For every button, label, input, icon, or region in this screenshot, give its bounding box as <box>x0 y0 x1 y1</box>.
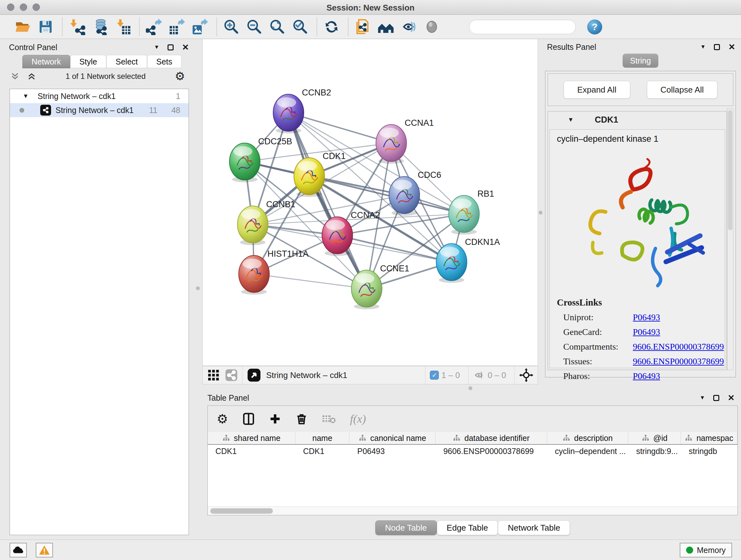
tab-sets[interactable]: Sets <box>147 55 182 68</box>
clone-network-icon[interactable] <box>354 17 372 36</box>
table-horizontal-scrollbar[interactable] <box>208 506 738 515</box>
protein-structure-image <box>577 153 711 290</box>
splitter-grip[interactable] <box>539 211 542 214</box>
grid-view-icon[interactable] <box>207 369 220 381</box>
protein-disclosure-icon[interactable]: ▼ <box>568 116 574 123</box>
tab-style[interactable]: Style <box>70 55 107 68</box>
tab-edge-table[interactable]: Edge Table <box>437 520 498 535</box>
column-header-@id[interactable]: @id <box>628 432 681 444</box>
collapse-all-button[interactable]: Collapse All <box>647 81 718 99</box>
splitter-grip[interactable] <box>196 287 200 290</box>
table-options-gear-icon[interactable]: ⚙ <box>217 413 228 425</box>
expand-all-button[interactable]: Expand All <box>563 81 630 99</box>
tab-network[interactable]: Network <box>22 55 70 68</box>
cloud-button[interactable] <box>10 543 27 557</box>
network-edge[interactable] <box>254 274 367 289</box>
expand-all-icon[interactable] <box>27 71 37 81</box>
panel-close-icon[interactable]: ✕ <box>182 43 189 52</box>
import-network-database-icon[interactable] <box>91 17 109 36</box>
network-edge[interactable] <box>288 113 391 143</box>
pan-crosshair-icon[interactable] <box>519 368 533 382</box>
import-network-file-icon[interactable] <box>68 17 86 36</box>
selected-nodes-checkbox-icon[interactable]: ✓ <box>430 371 439 380</box>
zoom-selected-icon[interactable] <box>291 17 310 36</box>
search-input[interactable] <box>476 22 576 31</box>
column-header-name[interactable]: name <box>295 432 350 444</box>
zoom-out-icon[interactable] <box>245 17 264 36</box>
column-header-database-identifier[interactable]: database identifier <box>435 432 547 444</box>
zoom-in-icon[interactable] <box>222 17 241 36</box>
export-table-icon[interactable] <box>168 17 186 36</box>
network-node-ccne1[interactable]: CCNE1 <box>351 264 409 309</box>
import-table-file-icon[interactable] <box>114 17 132 36</box>
collection-count: 1 <box>176 91 180 101</box>
table-cell: CDK1 <box>295 445 350 457</box>
table-row[interactable]: CDK1CDK1P064939606.ENSP00000378699cyclin… <box>208 445 738 457</box>
network-graph[interactable]: CCNB2CCNA1CDC25BCDK1CDC6RB1CCNB1CCNA2CDK… <box>203 39 538 365</box>
results-scrollbar[interactable] <box>727 109 733 370</box>
crosslink-link[interactable]: P06493 <box>633 327 660 337</box>
crosslink-link[interactable]: 9606.ENSP00000378699 <box>633 356 724 367</box>
network-edge[interactable] <box>309 176 464 214</box>
zoom-fit-icon[interactable] <box>268 17 286 36</box>
network-row-selected[interactable]: String Network – cdk1 11 48 <box>10 103 189 117</box>
home-icon[interactable] <box>377 17 395 36</box>
network-edge[interactable] <box>288 113 367 289</box>
tab-select[interactable]: Select <box>106 55 147 68</box>
network-options-gear-icon[interactable]: ⚙ <box>175 71 185 82</box>
birds-eye-view-icon[interactable] <box>247 368 261 382</box>
column-type-icon <box>562 434 570 442</box>
crosslink-link[interactable]: P06493 <box>633 371 660 381</box>
splitter-grip[interactable] <box>468 386 472 390</box>
network-view-toolbar: String Network – cdk1 ✓ 1 – 0 0 – 0 <box>202 366 538 384</box>
column-header-namespac[interactable]: namespac <box>681 432 738 444</box>
add-column-icon[interactable] <box>269 413 281 425</box>
panel-close-icon[interactable]: ✕ <box>728 393 735 403</box>
function-builder-icon: f(x) <box>350 412 366 426</box>
tab-string[interactable]: String <box>623 54 658 68</box>
column-label: name <box>313 434 333 443</box>
show-eye-icon[interactable] <box>422 17 441 36</box>
export-network-icon[interactable] <box>145 17 163 36</box>
panel-float-icon[interactable] <box>167 44 174 51</box>
help-icon[interactable]: ? <box>587 19 602 35</box>
table-cell: CDK1 <box>208 445 295 457</box>
panel-close-icon[interactable]: ✕ <box>728 42 735 52</box>
collapse-all-icon[interactable] <box>10 71 20 81</box>
hide-glasses-icon[interactable] <box>400 17 418 36</box>
network-share-icon[interactable] <box>225 369 238 381</box>
warnings-button[interactable] <box>36 543 53 557</box>
collection-disclosure-icon[interactable]: ▼ <box>23 92 29 100</box>
export-image-icon[interactable] <box>191 17 209 36</box>
control-panel-tabs: NetworkStyleSelectSets <box>22 55 192 68</box>
toolbar-separator <box>62 17 63 36</box>
refresh-icon[interactable] <box>322 17 341 36</box>
network-canvas[interactable]: CCNB2CCNA1CDC25BCDK1CDC6RB1CCNB1CCNA2CDK… <box>202 39 538 366</box>
network-collection-row[interactable]: ▼ String Network – cdk1 1 <box>10 89 189 103</box>
open-session-icon[interactable] <box>13 17 32 36</box>
network-node-cdc6[interactable]: CDC6 <box>389 170 441 216</box>
crosslink-link[interactable]: 9606.ENSP00000378699 <box>633 341 724 352</box>
toolbar-search[interactable] <box>469 20 576 34</box>
panel-menu-icon[interactable]: ▼ <box>700 44 705 50</box>
network-node-ccnb2[interactable]: CCNB2 <box>273 88 331 133</box>
show-columns-icon[interactable] <box>242 413 255 425</box>
network-node-rb1[interactable]: RB1 <box>449 189 494 235</box>
panel-float-icon[interactable] <box>713 395 719 401</box>
crosslink-link[interactable]: P06493 <box>633 312 660 322</box>
panel-menu-icon[interactable]: ▼ <box>154 44 159 51</box>
column-header-canonical-name[interactable]: canonical name <box>349 432 435 444</box>
tab-network-table[interactable]: Network Table <box>498 520 570 535</box>
node-table: shared namenamecanonical namedatabase id… <box>208 432 738 506</box>
column-header-description[interactable]: description <box>547 432 629 444</box>
column-header-shared-name[interactable]: shared name <box>208 432 295 444</box>
memory-button[interactable]: Memory <box>680 543 732 557</box>
delete-column-icon[interactable] <box>295 413 308 425</box>
panel-menu-icon[interactable]: ▼ <box>699 395 705 401</box>
network-node-cdkn1a[interactable]: CDKN1A <box>436 237 500 283</box>
network-node-hist1h1a[interactable]: HIST1H1A <box>239 249 309 295</box>
panel-float-icon[interactable] <box>714 44 720 50</box>
network-edge[interactable] <box>337 235 452 262</box>
tab-node-table[interactable]: Node Table <box>375 520 437 535</box>
save-session-icon[interactable] <box>37 17 55 36</box>
